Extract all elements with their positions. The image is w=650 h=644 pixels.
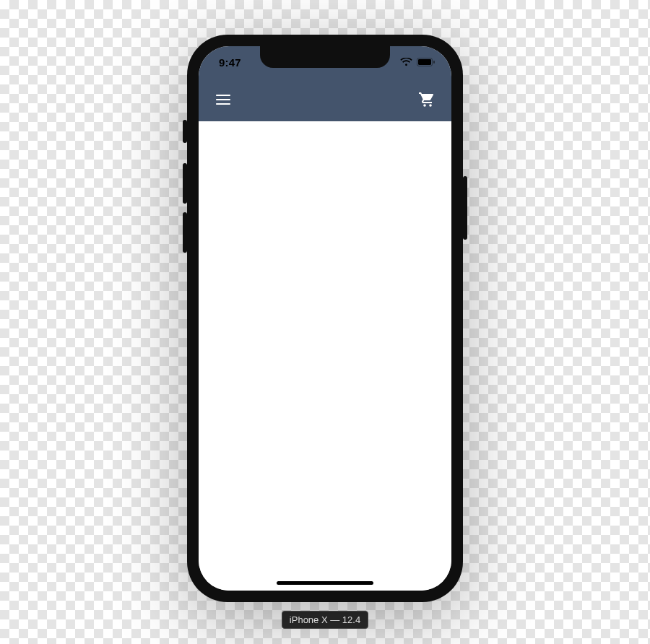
- stage: 9:47: [0, 0, 650, 644]
- status-time: 9:47: [219, 56, 241, 69]
- simulator-caption: iPhone X — 12.4: [282, 611, 368, 629]
- battery-icon: [417, 58, 436, 66]
- screen: 9:47: [199, 46, 451, 591]
- svg-point-4: [429, 104, 432, 107]
- device-frame: 9:47: [187, 35, 463, 602]
- svg-point-3: [423, 104, 426, 107]
- volume-up-button[interactable]: [183, 163, 187, 204]
- home-indicator[interactable]: [277, 581, 373, 585]
- svg-rect-1: [418, 59, 431, 65]
- cart-button[interactable]: [412, 85, 441, 114]
- svg-rect-2: [433, 61, 435, 64]
- menu-icon: [214, 91, 232, 108]
- mute-switch[interactable]: [183, 120, 187, 143]
- power-button[interactable]: [463, 176, 467, 240]
- content-area[interactable]: [199, 121, 451, 591]
- wifi-icon: [400, 58, 412, 66]
- cart-icon: [418, 91, 436, 108]
- notch: [260, 46, 390, 68]
- status-indicators: [400, 58, 436, 66]
- menu-button[interactable]: [209, 85, 238, 114]
- volume-down-button[interactable]: [183, 212, 187, 253]
